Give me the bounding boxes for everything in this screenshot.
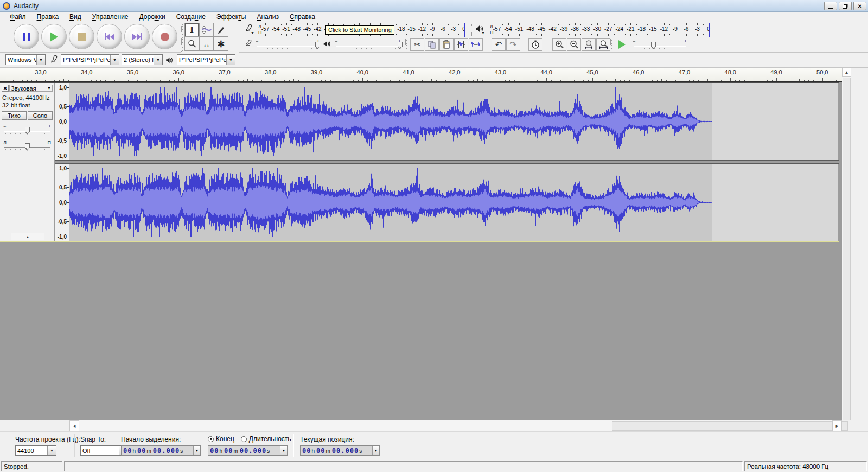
toolbar-grip[interactable] bbox=[181, 23, 183, 52]
solo-button[interactable]: Соло bbox=[28, 111, 53, 120]
time-digits[interactable]: 00 bbox=[123, 447, 132, 455]
zoom-out-button[interactable] bbox=[567, 38, 581, 51]
playback-meter-scale[interactable]: -57-54-51-48-45-42-39-36-33-30-27-24-21-… bbox=[497, 23, 709, 37]
track-pan-slider[interactable]: Л П bbox=[3, 140, 51, 152]
slider-track[interactable] bbox=[634, 46, 686, 47]
horizontal-scroll-track[interactable]: ◄ ► bbox=[69, 420, 842, 431]
waveform-right-channel[interactable] bbox=[69, 164, 838, 241]
scroll-right-button[interactable]: ► bbox=[832, 420, 842, 431]
zoom-tool-button[interactable] bbox=[184, 37, 199, 51]
recording-volume-slider[interactable]: − + bbox=[256, 39, 320, 50]
toolbar-grip[interactable] bbox=[241, 39, 243, 50]
slider-track[interactable] bbox=[257, 46, 318, 47]
track-gain-slider[interactable]: − + bbox=[3, 124, 51, 136]
horizontal-scroll-thumb[interactable] bbox=[612, 421, 848, 431]
pause-button[interactable] bbox=[14, 24, 39, 49]
redo-button[interactable]: ↷ bbox=[506, 38, 520, 51]
channel-separator[interactable] bbox=[55, 160, 839, 164]
menu-tracks[interactable]: Дорожки bbox=[134, 12, 171, 21]
trim-audio-button[interactable] bbox=[454, 38, 468, 51]
length-radio-label[interactable]: Длительность bbox=[249, 435, 291, 443]
time-digits[interactable]: 00.000 bbox=[332, 447, 359, 455]
field-arrow-icon[interactable]: ▼ bbox=[372, 446, 379, 455]
multi-tool-button[interactable]: ∗ bbox=[214, 37, 228, 51]
play-at-speed-button[interactable] bbox=[615, 38, 629, 51]
record-button[interactable] bbox=[152, 24, 177, 49]
vertical-ruler-left-channel[interactable]: 1,00,50,0-0,5-1,0 bbox=[55, 83, 69, 160]
slider-thumb[interactable] bbox=[315, 42, 320, 47]
scroll-left-button[interactable]: ◄ bbox=[69, 420, 79, 431]
mute-button[interactable]: Тихо bbox=[2, 111, 27, 120]
undo-button[interactable]: ↶ bbox=[492, 38, 506, 51]
timeline-ruler[interactable]: 33,034,035,036,037,038,039,040,041,042,0… bbox=[0, 68, 842, 82]
length-radio[interactable] bbox=[241, 436, 247, 442]
playback-volume-slider[interactable]: − + bbox=[335, 39, 401, 50]
toolbar-grip[interactable] bbox=[405, 39, 407, 50]
selection-end-field[interactable]: 00h00m00.000s▼ bbox=[208, 445, 288, 456]
paste-button[interactable] bbox=[439, 38, 454, 51]
field-arrow-icon[interactable]: ▼ bbox=[280, 446, 287, 455]
time-digits[interactable]: 00 bbox=[302, 447, 311, 455]
time-digits[interactable]: 00.000 bbox=[240, 447, 266, 455]
toolbar-grip[interactable] bbox=[487, 39, 489, 50]
fit-project-button[interactable] bbox=[596, 38, 610, 51]
skip-to-start-button[interactable] bbox=[97, 24, 122, 49]
time-digits[interactable]: 00 bbox=[224, 447, 233, 455]
recording-device-select[interactable]: Р”РёРЅР°РјРёРєРё ▼ bbox=[61, 54, 119, 65]
skip-to-end-button[interactable] bbox=[124, 24, 150, 49]
zoom-in-button[interactable] bbox=[552, 38, 566, 51]
track-collapse-button[interactable]: ▲ bbox=[11, 233, 44, 240]
silence-audio-button[interactable] bbox=[469, 38, 483, 51]
vertical-scrollbar[interactable]: ▲ ▼ bbox=[842, 68, 851, 431]
scroll-up-button[interactable]: ▲ bbox=[842, 68, 851, 77]
combo-arrow-icon[interactable]: ▼ bbox=[110, 55, 119, 65]
toolbar-grip[interactable] bbox=[525, 39, 527, 50]
track-name-menu[interactable]: Звуковая ▼ bbox=[9, 85, 53, 92]
slider-thumb[interactable] bbox=[25, 143, 30, 148]
recording-channels-select[interactable]: 2 (Stereo) I ▼ bbox=[122, 54, 163, 65]
cut-button[interactable]: ✂ bbox=[410, 38, 424, 51]
play-button[interactable] bbox=[41, 24, 67, 49]
slider-thumb[interactable] bbox=[25, 127, 30, 132]
playback-device-select[interactable]: Р”РёРЅР°РјРёРєРё ▼ bbox=[177, 54, 235, 65]
waveform-left-channel[interactable] bbox=[69, 83, 838, 160]
combo-arrow-icon[interactable]: ▼ bbox=[36, 55, 45, 65]
time-digits[interactable]: 00 bbox=[316, 447, 325, 455]
stop-button[interactable] bbox=[69, 24, 94, 49]
time-digits[interactable]: 00 bbox=[210, 447, 219, 455]
menu-help[interactable]: Справка bbox=[284, 12, 321, 21]
project-rate-select[interactable]: 44100 ▼ bbox=[15, 445, 56, 456]
selection-start-field[interactable]: 00h00m00.000s▼ bbox=[121, 445, 201, 456]
draw-tool-button[interactable] bbox=[214, 23, 228, 37]
combo-arrow-icon[interactable]: ▼ bbox=[226, 55, 235, 65]
envelope-tool-button[interactable] bbox=[199, 23, 214, 37]
menu-view[interactable]: Вид bbox=[64, 12, 87, 21]
vertical-ruler-right-channel[interactable]: 1,00,50,0-0,5-1,0 bbox=[55, 164, 69, 241]
toolbar-grip[interactable] bbox=[471, 24, 474, 36]
timeshift-tool-button[interactable]: ↔ bbox=[199, 37, 214, 51]
menu-transport[interactable]: Управление bbox=[87, 12, 134, 21]
toolbar-grip[interactable] bbox=[1, 24, 3, 50]
monitoring-tooltip[interactable]: Click to Start Monitoring bbox=[326, 25, 394, 35]
vertical-scroll-thumb[interactable] bbox=[843, 78, 851, 421]
copy-button[interactable] bbox=[425, 38, 439, 51]
end-radio[interactable] bbox=[208, 436, 214, 442]
selection-tool-button[interactable]: I bbox=[184, 23, 199, 37]
current-position-field[interactable]: 00h00m00.000s▼ bbox=[300, 445, 380, 456]
menu-generate[interactable]: Создание bbox=[171, 12, 211, 21]
end-radio-label[interactable]: Конец bbox=[216, 435, 234, 443]
restore-button[interactable] bbox=[839, 2, 852, 10]
horizontal-scrollbar[interactable]: ◄ ► bbox=[0, 420, 868, 431]
menu-edit[interactable]: Правка bbox=[31, 12, 65, 21]
minimize-button[interactable] bbox=[824, 2, 837, 10]
fit-selection-button[interactable] bbox=[582, 38, 596, 51]
toolbar-grip[interactable] bbox=[610, 39, 612, 50]
time-digits[interactable]: 00 bbox=[137, 447, 146, 455]
slider-track[interactable] bbox=[336, 46, 400, 47]
menu-analyze[interactable]: Анализ bbox=[251, 12, 284, 21]
close-button[interactable]: ✕ bbox=[853, 2, 866, 10]
toolbar-grip[interactable] bbox=[1, 54, 3, 66]
stopwatch-button[interactable] bbox=[528, 38, 542, 51]
track-close-button[interactable]: ✕ bbox=[2, 85, 9, 92]
menu-file[interactable]: Файл bbox=[4, 12, 31, 21]
